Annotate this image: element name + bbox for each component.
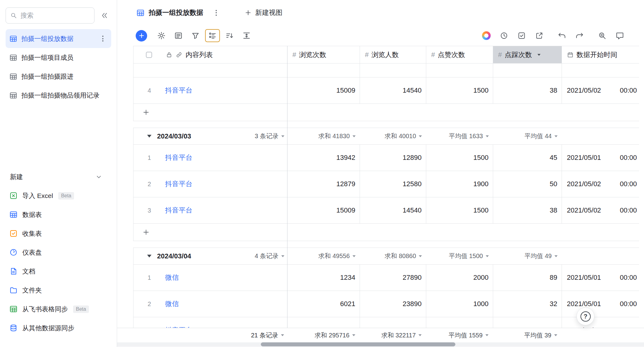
cell-likes[interactable]: 1000 — [426, 291, 493, 317]
table-row[interactable]: 2 微信 6021 23890 1000 32 2021/05/01 00:00 — [134, 291, 639, 317]
history-button[interactable] — [497, 29, 511, 42]
sidebar-item-datasource-sync[interactable]: 从其他数据源同步 — [6, 318, 111, 337]
group-count-dropdown[interactable]: 3 条记录 — [255, 132, 287, 140]
record-link[interactable]: 微信 — [165, 299, 179, 309]
select-all-checkbox[interactable] — [146, 52, 152, 58]
cell-start-date[interactable]: 2021/05/02 00:00 — [562, 197, 639, 224]
group-stat-dislikes[interactable]: 平均值 49 — [493, 248, 562, 264]
redo-button[interactable] — [572, 29, 587, 42]
settings-button[interactable] — [154, 29, 169, 42]
cell-views[interactable]: 1234 — [287, 265, 360, 291]
share-button[interactable] — [532, 29, 547, 42]
cell-dislikes[interactable]: 38 — [493, 77, 562, 104]
sidebar-item-sheet-sync[interactable]: 从飞书表格同步 Beta — [6, 300, 111, 318]
comment-button[interactable] — [612, 29, 627, 42]
record-link[interactable]: 抖音平台 — [165, 86, 192, 95]
sidebar-item-dashboard[interactable]: 仪表盘 — [6, 243, 111, 262]
cell-viewers[interactable]: 27890 — [360, 265, 426, 291]
cell-views[interactable]: 6021 — [287, 291, 360, 317]
sidebar-item-import-excel[interactable]: 导入 Excel Beta — [6, 186, 111, 205]
new-section-toggle[interactable]: 新建 — [6, 168, 111, 186]
cell-viewers[interactable]: 12890 — [360, 145, 426, 171]
primary-cell[interactable]: 1 微信 — [134, 265, 287, 291]
add-row-button[interactable] — [134, 224, 639, 241]
footer-stat-likes[interactable]: 平均值 1559 — [426, 331, 493, 340]
record-link[interactable]: 抖音平台 — [165, 179, 192, 189]
cell-likes[interactable]: 1900 — [426, 171, 493, 197]
add-row-button[interactable] — [134, 104, 639, 121]
group-stat-likes[interactable]: 平均值 1500 — [426, 248, 493, 264]
more-icon[interactable] — [98, 34, 107, 43]
group-stat-viewers[interactable]: 求和 80860 — [360, 248, 426, 264]
record-link[interactable]: 抖音平台 — [165, 153, 192, 162]
cell-dislikes[interactable]: 50 — [493, 171, 562, 197]
cell-dislikes[interactable]: 45 — [493, 145, 562, 171]
footer-stat-dislikes[interactable]: 平均值 39 — [493, 331, 562, 340]
cell-viewers[interactable]: 14540 — [360, 197, 426, 224]
cell-start-date[interactable]: 2021/05/01 00:00 — [562, 145, 639, 171]
add-record-button[interactable] — [136, 30, 147, 42]
column-header-dislikes-selected[interactable]: # 点踩次数 — [493, 46, 562, 64]
sidebar-item-form[interactable]: 收集表 — [6, 224, 111, 243]
sidebar-item-doc[interactable]: 文档 — [6, 262, 111, 281]
cell-views[interactable]: 15009 — [287, 77, 360, 104]
record-link[interactable]: 微信 — [165, 273, 179, 282]
footer-stat-views[interactable]: 求和 295716 — [287, 331, 360, 340]
sidebar-item-table-2[interactable]: 拍摄一组拍摄跟进 — [6, 67, 111, 86]
group-button[interactable] — [205, 29, 220, 42]
help-button[interactable]: ? — [576, 307, 594, 325]
cell-start-date[interactable]: 2021/05/01 00:00 — [562, 291, 639, 317]
cell-likes[interactable]: 1500 — [426, 145, 493, 171]
sidebar-item-datatable[interactable]: 数据表 — [6, 205, 111, 224]
cell-likes[interactable]: 1500 — [426, 77, 493, 104]
cell-dislikes[interactable]: 32 — [493, 291, 562, 317]
row-height-button[interactable] — [239, 29, 254, 42]
group-stat-views[interactable]: 求和 49556 — [287, 248, 360, 264]
todo-button[interactable] — [514, 29, 529, 42]
sidebar-item-table-1[interactable]: 拍摄一组项目成员 — [6, 48, 111, 67]
column-header-viewers[interactable]: # 浏览人数 — [360, 46, 426, 64]
table-row[interactable]: 3 抖音平台 15009 14540 1500 38 2021/05/02 00… — [134, 197, 639, 224]
undo-button[interactable] — [554, 29, 569, 42]
column-header-primary[interactable]: 内容列表 — [134, 46, 287, 64]
record-link[interactable]: 抖音平台 — [165, 206, 192, 215]
cell-viewers[interactable]: 23890 — [360, 291, 426, 317]
sidebar-item-table-3[interactable]: 拍摄一组拍摄物品领用记录 — [6, 86, 111, 105]
sidebar-item-table-0[interactable]: 拍摄一组投放数据 — [6, 29, 111, 48]
column-dropdown-icon[interactable] — [537, 54, 541, 56]
view-tab-active[interactable]: 拍摄一组投放数据 — [136, 8, 221, 17]
cell-views[interactable]: 12879 — [287, 171, 360, 197]
table-row[interactable]: 1 微信 1234 27890 2000 89 2021/05/01 00:00 — [134, 265, 639, 291]
form-button[interactable] — [171, 29, 186, 42]
collapse-group-icon[interactable] — [147, 255, 151, 257]
cell-dislikes[interactable]: 38 — [493, 197, 562, 224]
column-header-likes[interactable]: # 点赞次数 — [426, 46, 493, 64]
sort-button[interactable] — [222, 29, 237, 42]
group-stat-likes[interactable]: 平均值 1633 — [426, 128, 493, 144]
cell-likes[interactable]: 1500 — [426, 197, 493, 224]
primary-cell[interactable]: 2 抖音平台 — [134, 171, 287, 197]
view-more-icon[interactable] — [212, 8, 221, 17]
filter-button[interactable] — [188, 29, 203, 42]
footer-stat-viewers[interactable]: 求和 322117 — [360, 331, 426, 340]
cell-likes[interactable]: 2000 — [426, 265, 493, 291]
primary-cell[interactable]: 3 抖音平台 — [134, 197, 287, 224]
primary-cell[interactable]: 1 抖音平台 — [134, 145, 287, 171]
column-header-start-date[interactable]: 数据开始时间 — [562, 46, 639, 64]
cell-views[interactable]: 15009 — [287, 197, 360, 224]
new-view-button[interactable]: 新建视图 — [244, 8, 283, 17]
sidebar-item-folder[interactable]: 文件夹 — [6, 281, 111, 300]
search-box[interactable] — [6, 7, 94, 24]
primary-cell[interactable]: 4 抖音平台 — [134, 77, 287, 104]
cell-views[interactable]: 13942 — [287, 145, 360, 171]
sidebar-collapse-button[interactable] — [98, 9, 111, 22]
table-row[interactable]: 1 抖音平台 13942 12890 1500 45 2021/05/01 00… — [134, 145, 639, 171]
cell-start-date[interactable]: 2021/05/01 00:00 — [562, 265, 639, 291]
group-count-dropdown[interactable]: 4 条记录 — [255, 252, 287, 260]
group-stat-viewers[interactable]: 求和 40010 — [360, 128, 426, 144]
cell-start-date[interactable]: 2021/05/02 00:00 — [562, 77, 639, 104]
group-stat-views[interactable]: 求和 41830 — [287, 128, 360, 144]
cell-viewers[interactable]: 12580 — [360, 171, 426, 197]
search-input[interactable] — [20, 12, 90, 19]
horizontal-scrollbar[interactable] — [117, 342, 644, 347]
